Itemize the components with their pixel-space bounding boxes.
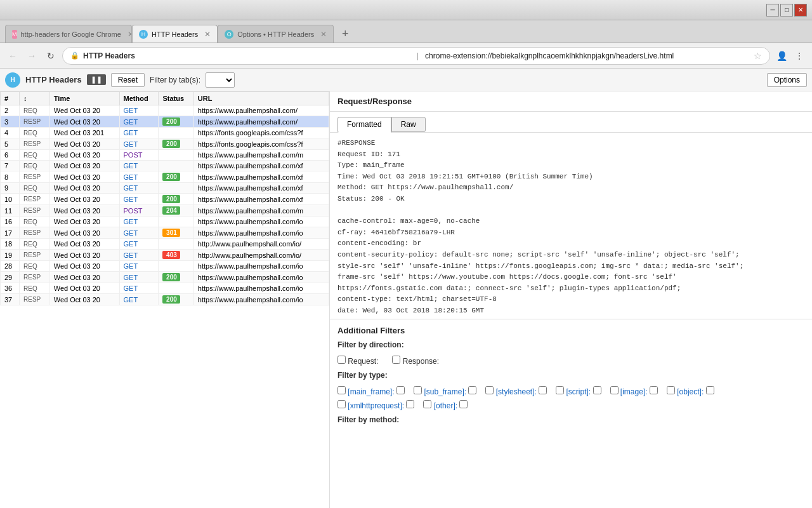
type-checkbox-check[interactable]	[650, 386, 658, 394]
cell-num: 16	[1, 217, 20, 227]
new-tab-button[interactable]: +	[336, 25, 354, 43]
cell-method: GET	[119, 183, 159, 194]
table-row[interactable]: 4 REQ Wed Oct 03 201 GET https://fonts.g…	[1, 128, 329, 138]
response-line: date: Wed, 03 Oct 2018 18:20:15 GMT	[337, 305, 804, 317]
cell-num: 29	[1, 272, 20, 283]
table-row[interactable]: 28 REQ Wed Oct 03 20 GET https://www.pau…	[1, 261, 329, 272]
type-checkbox[interactable]	[414, 386, 422, 394]
tab-formatted[interactable]: Formatted	[337, 117, 391, 133]
tab3-close[interactable]: ✕	[320, 30, 327, 39]
status-badge: 200	[162, 117, 180, 126]
type-checkbox-check[interactable]	[593, 386, 601, 394]
cell-url: https://www.paulhempshall.com/m	[193, 150, 329, 161]
reset-button[interactable]: Reset	[111, 73, 145, 87]
cell-time: Wed Oct 03 20	[49, 239, 119, 250]
type-checkbox[interactable]	[423, 400, 431, 408]
cell-status	[159, 150, 193, 161]
tab2-label: HTTP Headers	[152, 30, 198, 38]
type-checkbox-check[interactable]	[468, 386, 476, 394]
table-scroll[interactable]: # ↕ Time Method Status URL 2 REQ Wed Oct…	[0, 91, 329, 508]
cell-num: 5	[1, 138, 20, 150]
type-checkbox-check[interactable]	[406, 400, 414, 408]
type-filter-label: [main_frame]:	[337, 386, 405, 396]
type-checkbox[interactable]	[337, 400, 346, 408]
cell-time: Wed Oct 03 20	[49, 227, 119, 239]
type-checkbox-check[interactable]	[706, 386, 714, 394]
url-text: chrome-extension://bebiekalkgnplhcaoemkl…	[425, 51, 750, 60]
cell-status	[159, 183, 193, 194]
response-tabs-row: Formatted Raw	[330, 112, 812, 133]
table-row[interactable]: 36 REQ Wed Oct 03 20 GET https://www.pau…	[1, 283, 329, 294]
maximize-button[interactable]: □	[780, 4, 793, 17]
response-checkbox[interactable]	[392, 356, 400, 364]
response-line: #RESPONSE	[337, 138, 804, 149]
filter-select[interactable]	[206, 72, 235, 88]
status-badge: 200	[162, 273, 180, 281]
table-row[interactable]: 6 REQ Wed Oct 03 20 POST https://www.pau…	[1, 150, 329, 161]
response-line: style-src 'self' 'unsafe-inline' https:/…	[337, 261, 804, 272]
response-line: Request ID: 171	[337, 149, 804, 161]
col-url: URL	[193, 92, 329, 105]
bookmark-icon[interactable]: ☆	[754, 51, 762, 61]
table-row[interactable]: 29 RESP Wed Oct 03 20 GET 200 https://ww…	[1, 272, 329, 283]
back-button[interactable]: ←	[5, 48, 20, 64]
table-row[interactable]: 7 REQ Wed Oct 03 20 GET https://www.paul…	[1, 161, 329, 171]
type-checkbox[interactable]	[556, 386, 564, 394]
cell-status: 200	[159, 294, 193, 305]
type-checkbox[interactable]	[485, 386, 494, 394]
menu-icon[interactable]: ⋮	[792, 48, 807, 64]
table-row[interactable]: 10 RESP Wed Oct 03 20 GET 200 https://ww…	[1, 194, 329, 205]
title-bar: ─ □ ✕	[0, 0, 812, 20]
type-checkbox[interactable]	[667, 386, 675, 394]
type-checkbox[interactable]	[337, 386, 346, 394]
table-row[interactable]: 18 REQ Wed Oct 03 20 GET http://www.paul…	[1, 239, 329, 250]
cell-num: 36	[1, 283, 20, 294]
cell-status: 200	[159, 116, 193, 128]
tab-http-headers-ext[interactable]: M http-headers for Google Chrome ✕	[5, 25, 132, 43]
cell-time: Wed Oct 03 20	[49, 217, 119, 227]
request-checkbox[interactable]	[337, 356, 346, 364]
table-row[interactable]: 17 RESP Wed Oct 03 20 GET 301 https://ww…	[1, 227, 329, 239]
type-checkbox[interactable]	[610, 386, 619, 394]
close-button[interactable]: ✕	[794, 4, 807, 17]
user-icon[interactable]: 👤	[774, 48, 789, 64]
pause-button[interactable]: ❚❚	[87, 74, 106, 85]
tab-raw[interactable]: Raw	[391, 117, 426, 132]
right-panel: Request/Response Formatted Raw #RESPONSE…	[330, 91, 812, 508]
type-label: Filter by type:	[337, 371, 388, 380]
minimize-button[interactable]: ─	[766, 4, 779, 17]
table-row[interactable]: 2 REQ Wed Oct 03 20 GET https://www.paul…	[1, 105, 329, 116]
cell-url: https://www.paulhempshall.com/	[193, 116, 329, 128]
table-row[interactable]: 8 RESP Wed Oct 03 20 GET 200 https://www…	[1, 171, 329, 183]
table-row[interactable]: 19 RESP Wed Oct 03 20 GET 403 http://www…	[1, 250, 329, 261]
tab2-close[interactable]: ✕	[204, 30, 211, 39]
response-line: content-encoding: br	[337, 238, 804, 250]
cell-time: Wed Oct 03 20	[49, 161, 119, 171]
cell-url: https://fonts.googleapis.com/css?f	[193, 138, 329, 150]
response-section-header: Request/Response	[330, 91, 812, 112]
cell-time: Wed Oct 03 20	[49, 261, 119, 272]
table-row[interactable]: 9 REQ Wed Oct 03 20 GET https://www.paul…	[1, 183, 329, 194]
table-row[interactable]: 11 RESP Wed Oct 03 20 POST 204 https://w…	[1, 205, 329, 217]
cell-method: GET	[119, 128, 159, 138]
type-checkbox-check[interactable]	[539, 386, 547, 394]
table-row[interactable]: 3 RESP Wed Oct 03 20 GET 200 https://www…	[1, 116, 329, 128]
reload-button[interactable]: ↻	[43, 48, 58, 64]
type-checkbox-check[interactable]	[459, 400, 468, 408]
cell-status: 204	[159, 205, 193, 217]
tab1-close[interactable]: ✕	[128, 30, 132, 39]
table-row[interactable]: 5 RESP Wed Oct 03 20 GET 200 https://fon…	[1, 138, 329, 150]
options-button[interactable]: Options	[767, 73, 807, 87]
tab-options[interactable]: O Options • HTTP Headers ✕	[218, 25, 334, 43]
type-filter-label: [object]:	[667, 386, 714, 396]
tab-http-headers[interactable]: H HTTP Headers ✕	[132, 25, 218, 43]
cell-url: http://www.paulhempshall.com/io/	[193, 239, 329, 250]
table-row[interactable]: 16 REQ Wed Oct 03 20 GET https://www.pau…	[1, 217, 329, 227]
type-checkbox-check[interactable]	[396, 386, 405, 394]
cell-num: 11	[1, 205, 20, 217]
col-num: #	[1, 92, 20, 105]
forward-button[interactable]: →	[24, 48, 39, 64]
response-line: Time: Wed Oct 03 2018 19:21:51 GMT+0100 …	[337, 171, 804, 183]
address-input[interactable]: 🔒 HTTP Headers | chrome-extension://bebi…	[62, 47, 770, 65]
table-row[interactable]: 37 RESP Wed Oct 03 20 GET 200 https://ww…	[1, 294, 329, 305]
